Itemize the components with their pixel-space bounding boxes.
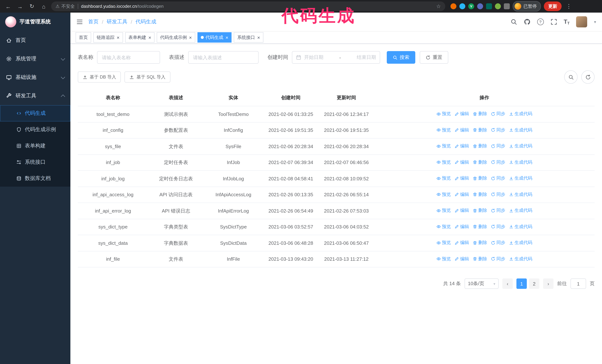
extension-icon[interactable] bbox=[459, 3, 465, 9]
extension-icon[interactable] bbox=[495, 3, 501, 9]
generate-code-link[interactable]: 生成代码 bbox=[509, 255, 532, 263]
extension-icon[interactable] bbox=[504, 3, 510, 9]
goto-page-input[interactable] bbox=[570, 279, 586, 289]
sync-link[interactable]: 同步 bbox=[491, 190, 505, 198]
tab[interactable]: 首页 bbox=[75, 32, 91, 42]
sync-link[interactable]: 同步 bbox=[491, 158, 505, 166]
tab[interactable]: 系统接口× bbox=[234, 32, 263, 42]
browser-home-button[interactable]: ⌂ bbox=[39, 2, 48, 11]
sync-link[interactable]: 同步 bbox=[491, 174, 505, 182]
breadcrumb-item[interactable]: 代码生成 bbox=[136, 19, 156, 25]
browser-forward-button[interactable]: → bbox=[16, 2, 24, 11]
table-desc-input[interactable] bbox=[188, 51, 258, 64]
delete-link[interactable]: 删除 bbox=[473, 142, 487, 150]
next-page-button[interactable]: › bbox=[543, 279, 553, 289]
sidebar-item-form-builder[interactable]: 表单构建 bbox=[0, 138, 70, 154]
browser-refresh-button[interactable]: ↻ bbox=[27, 2, 36, 11]
edit-link[interactable]: 编辑 bbox=[455, 126, 469, 134]
preview-link[interactable]: 预览 bbox=[436, 255, 451, 263]
sidebar-item-codegen-example[interactable]: 代码生成示例 bbox=[0, 122, 70, 138]
page-button-1[interactable]: 1 bbox=[516, 279, 527, 289]
generate-code-link[interactable]: 生成代码 bbox=[509, 190, 532, 198]
github-icon[interactable] bbox=[524, 19, 530, 25]
page-size-select[interactable]: 10条/页 ▾ bbox=[464, 279, 499, 289]
edit-link[interactable]: 编辑 bbox=[455, 223, 469, 230]
generate-code-link[interactable]: 生成代码 bbox=[509, 174, 532, 182]
search-button[interactable]: 搜索 bbox=[387, 51, 415, 64]
browser-back-button[interactable]: ← bbox=[4, 2, 13, 11]
preview-link[interactable]: 预览 bbox=[436, 142, 451, 150]
import-sql-button[interactable]: 基于 SQL 导入 bbox=[125, 72, 170, 83]
sidebar-item-home[interactable]: 首页 bbox=[0, 31, 70, 50]
edit-link[interactable]: 编辑 bbox=[455, 158, 469, 166]
font-size-icon[interactable]: TT bbox=[564, 19, 570, 25]
toggle-search-button[interactable] bbox=[564, 70, 578, 84]
edit-link[interactable]: 编辑 bbox=[455, 142, 469, 150]
breadcrumb-item[interactable]: 首页 bbox=[88, 19, 98, 25]
sync-link[interactable]: 同步 bbox=[491, 207, 505, 214]
delete-link[interactable]: 删除 bbox=[473, 110, 487, 118]
extension-icon[interactable]: V bbox=[468, 3, 474, 9]
breadcrumb-item[interactable]: 研发工具 bbox=[107, 19, 128, 25]
delete-link[interactable]: 删除 bbox=[473, 207, 487, 214]
edit-link[interactable]: 编辑 bbox=[455, 239, 469, 247]
preview-link[interactable]: 预览 bbox=[436, 223, 451, 230]
sidebar-item-devtools[interactable]: 研发工具 bbox=[0, 87, 70, 105]
url-text[interactable]: dashboard.yudao.iocoder.cn/tool/codegen bbox=[81, 4, 433, 9]
tab[interactable]: 代码生成示例× bbox=[157, 32, 195, 42]
preview-link[interactable]: 预览 bbox=[436, 190, 451, 198]
page-button-2[interactable]: 2 bbox=[529, 279, 539, 289]
sync-link[interactable]: 同步 bbox=[491, 142, 505, 150]
generate-code-link[interactable]: 生成代码 bbox=[509, 142, 532, 150]
extension-icon[interactable] bbox=[486, 3, 492, 9]
sync-link[interactable]: 同步 bbox=[491, 255, 505, 263]
chevron-down-icon[interactable]: ▾ bbox=[594, 20, 596, 24]
search-icon[interactable] bbox=[510, 19, 517, 25]
date-range-picker[interactable]: 开始日期 - 结束日期 bbox=[292, 51, 380, 64]
sidebar-item-codegen[interactable]: 代码生成 bbox=[0, 105, 70, 122]
edit-link[interactable]: 编辑 bbox=[455, 190, 469, 198]
generate-code-link[interactable]: 生成代码 bbox=[509, 126, 532, 134]
delete-link[interactable]: 删除 bbox=[473, 223, 487, 230]
edit-link[interactable]: 编辑 bbox=[455, 255, 469, 263]
app-logo[interactable]: 芋道管理系统 bbox=[0, 13, 70, 31]
extension-icon[interactable] bbox=[451, 3, 456, 9]
sync-link[interactable]: 同步 bbox=[491, 110, 505, 118]
help-icon[interactable]: ? bbox=[537, 19, 544, 25]
sidebar-collapse-icon[interactable] bbox=[76, 19, 83, 25]
sync-link[interactable]: 同步 bbox=[491, 126, 505, 134]
tab-close-icon[interactable]: × bbox=[189, 35, 192, 40]
browser-menu-icon[interactable]: ⋮ bbox=[565, 3, 573, 10]
user-avatar[interactable] bbox=[576, 16, 587, 27]
generate-code-link[interactable]: 生成代码 bbox=[509, 239, 532, 247]
tab[interactable]: 代码生成× bbox=[197, 32, 232, 42]
preview-link[interactable]: 预览 bbox=[436, 158, 451, 166]
tab-close-icon[interactable]: × bbox=[117, 35, 119, 40]
preview-link[interactable]: 预览 bbox=[436, 110, 451, 118]
tab[interactable]: 表单构建× bbox=[125, 32, 154, 42]
import-db-button[interactable]: 基于 DB 导入 bbox=[78, 72, 121, 83]
delete-link[interactable]: 删除 bbox=[473, 158, 487, 166]
preview-link[interactable]: 预览 bbox=[436, 174, 451, 182]
tab[interactable]: 链路追踪× bbox=[93, 32, 123, 42]
preview-link[interactable]: 预览 bbox=[436, 239, 451, 247]
delete-link[interactable]: 删除 bbox=[473, 239, 487, 247]
generate-code-link[interactable]: 生成代码 bbox=[509, 158, 532, 166]
security-warning[interactable]: ⚠ 不安全 bbox=[55, 3, 75, 10]
delete-link[interactable]: 删除 bbox=[473, 190, 487, 198]
delete-link[interactable]: 删除 bbox=[473, 174, 487, 182]
table-name-input[interactable] bbox=[97, 51, 160, 64]
sidebar-item-system[interactable]: 系统管理 bbox=[0, 50, 70, 68]
generate-code-link[interactable]: 生成代码 bbox=[509, 223, 532, 230]
tab-close-icon[interactable]: × bbox=[257, 35, 260, 40]
generate-code-link[interactable]: 生成代码 bbox=[509, 207, 532, 214]
edit-link[interactable]: 编辑 bbox=[455, 174, 469, 182]
prev-page-button[interactable]: ‹ bbox=[502, 279, 513, 289]
edit-link[interactable]: 编辑 bbox=[455, 110, 469, 118]
fullscreen-icon[interactable] bbox=[550, 19, 557, 25]
delete-link[interactable]: 删除 bbox=[473, 255, 487, 263]
sync-link[interactable]: 同步 bbox=[491, 223, 505, 230]
generate-code-link[interactable]: 生成代码 bbox=[509, 110, 532, 118]
edit-link[interactable]: 编辑 bbox=[455, 207, 469, 214]
tab-close-icon[interactable]: × bbox=[148, 35, 151, 40]
